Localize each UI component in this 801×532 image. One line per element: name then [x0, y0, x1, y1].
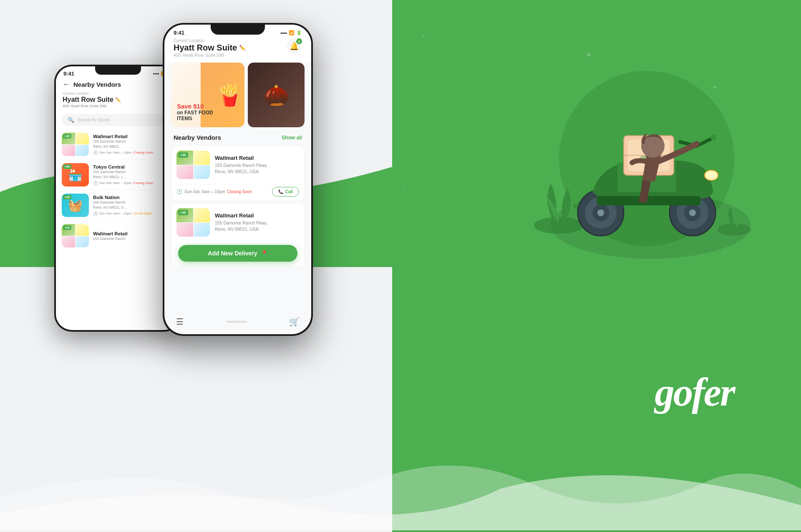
- front-screen: 9:41 ▪▪▪▪ 📶 🔋 Current Location Hyatt Row…: [164, 25, 311, 334]
- svg-point-14: [705, 170, 718, 180]
- call-btn-v1[interactable]: 📞 Call: [272, 187, 299, 197]
- add-delivery-section: Add New Delivery 📍: [171, 242, 304, 267]
- front-time: 9:41: [174, 30, 184, 36]
- nearby-title: Nearby Vendors: [174, 134, 221, 141]
- front-v1-bottom: 🕐 Sun-Sat, 6am – 10pm Closing Soon 📞 Cal…: [171, 184, 304, 201]
- front-v1-hours-row: 🕐 Sun-Sat, 6am – 10pm Closing Soon: [176, 189, 252, 194]
- back-location-name: Hyatt Row Suite ✏️: [63, 96, 173, 103]
- front-v1-hours: Sun-Sat, 6am – 10pm: [184, 189, 225, 194]
- menu-icon[interactable]: ☰: [176, 317, 184, 327]
- brand-logo: gofer: [655, 369, 734, 415]
- edit-icon-back[interactable]: ✏️: [115, 97, 121, 103]
- back-search[interactable]: 🔍 Search for Stores: [62, 114, 174, 126]
- svg-rect-12: [597, 196, 701, 205]
- front-location-name-row: Hyatt Row Suite ✏️: [174, 43, 246, 53]
- edit-icon-front[interactable]: ✏️: [239, 45, 246, 51]
- back-vendor-2-img: 🏪 +45: [62, 163, 89, 187]
- back-vendor-4[interactable]: +43 Wallmart Retail 155 Damonte Ranch: [56, 221, 180, 251]
- svg-point-11: [689, 209, 696, 216]
- front-v2-name: Wallmart Retail: [215, 212, 299, 219]
- wave-bottom: [0, 455, 801, 532]
- back-v3-addr: 155 Damonte RanchReno, NV 89521, U...: [93, 200, 174, 210]
- back-v4-rating: +43: [63, 225, 71, 230]
- front-v1-info: Wallmart Retail 155 Damonte Ranch Pkwy,R…: [215, 155, 299, 174]
- front-bottom-nav: ☰ 🛒: [164, 317, 311, 327]
- front-vendor-card-1[interactable]: +45 Wallmart Retail 155 Damonte Ranch Pk…: [171, 145, 305, 201]
- front-v1-top: +45 Wallmart Retail 155 Damonte Ranch Pk…: [171, 146, 304, 184]
- front-v1-rating: +45: [178, 152, 188, 158]
- phone-front: 9:41 ▪▪▪▪ 📶 🔋 Current Location Hyatt Row…: [163, 23, 313, 336]
- back-nav-row: ← Nearby Vendors: [63, 80, 173, 89]
- banner-items: ITEMS: [177, 116, 213, 121]
- front-v2-img: +45: [176, 208, 210, 237]
- front-location-name: Hyatt Row Suite: [174, 43, 237, 53]
- back-v1-rating: +45: [63, 134, 71, 139]
- front-location-address: 405 Hyatt Row Suite 598: [174, 53, 246, 58]
- back-v3-name: Bulk Nation: [93, 195, 174, 200]
- search-icon-back: 🔍: [68, 117, 74, 123]
- back-vendor-3-info: Bulk Nation 155 Damonte RanchReno, NV 89…: [93, 195, 174, 216]
- back-v1-hours: Sun-Sat, 6am – 10pm: [99, 151, 132, 154]
- front-vendor-card-2[interactable]: +45 Wallmart Retail 155 Damonte Ranch Pk…: [171, 203, 305, 267]
- clock-icon-v1: 🕐: [176, 189, 182, 194]
- back-vendor-3[interactable]: 🧺 +45 Bulk Nation 155 Damonte RanchReno,…: [56, 190, 180, 221]
- back-vendor-2[interactable]: 🏪 +45 Tokyo Central 155 Damonte RanchRen…: [56, 160, 180, 190]
- front-v1-status: Closing Soon: [227, 189, 252, 194]
- front-v2-info: Wallmart Retail 155 Damonte Ranch Pkwy,R…: [215, 212, 299, 232]
- front-v1-name: Wallmart Retail: [215, 155, 299, 161]
- cart-icon-nav[interactable]: 🛒: [289, 317, 300, 327]
- back-vendor-3-img: 🧺 +45: [62, 194, 89, 217]
- back-v2-hours-row: 🕐 Sun-Sat, 6am – 10pm Closing Soon: [93, 181, 174, 185]
- back-v4-addr: 155 Damonte Ranch: [93, 237, 174, 241]
- scooter-illustration: gofer: [517, 33, 776, 269]
- back-v3-rating: +45: [63, 195, 71, 199]
- banner-food[interactable]: 🌰: [248, 63, 305, 127]
- banner-promo[interactable]: 🍟 Save $10 on FAST FOOD ITEMS: [171, 63, 244, 127]
- banner-area: 🍟 Save $10 on FAST FOOD ITEMS 🌰: [171, 63, 305, 127]
- back-vendor-1-img: +45: [62, 133, 89, 156]
- svg-point-2: [534, 217, 584, 234]
- back-vendor-1[interactable]: +45 Wallmart Retail 155 Damonte RanchRen…: [56, 129, 180, 160]
- front-v1-addr: 155 Damonte Ranch Pkwy,Reno, NV 89521, U…: [215, 162, 299, 174]
- svg-point-3: [718, 223, 751, 236]
- banner-on: on FAST FOOD: [177, 110, 213, 116]
- front-v2-top: +45 Wallmart Retail 155 Damonte Ranch Pk…: [171, 203, 304, 242]
- back-v1-status: Closing Soon: [134, 151, 154, 154]
- back-v1-hours-row: 🕐 Sun-Sat, 6am – 10pm Closing Soon: [93, 151, 174, 155]
- banner-text: Save $10 on FAST FOOD ITEMS: [177, 103, 213, 122]
- back-v2-addr: 155 Damonte RanchReno, NV 89521, L...: [93, 170, 174, 180]
- back-v1-addr: 155 Damonte RanchReno, NV 89521: [93, 139, 174, 149]
- back-v2-name: Tokyo Central: [93, 164, 174, 169]
- svg-point-7: [597, 209, 604, 216]
- back-header: ← Nearby Vendors Current Location Hyatt …: [56, 78, 180, 111]
- front-location-label: Current Location: [174, 38, 246, 43]
- back-v4-name: Wallmart Retail: [93, 231, 174, 236]
- back-v3-hours-row: 🕐 Sun-Sat, 6am – 10pm 24 hrs Open: [93, 212, 174, 216]
- back-location-label: Current Location: [63, 91, 173, 96]
- back-btn[interactable]: ←: [63, 80, 70, 89]
- back-v3-status: 24 hrs Open: [134, 212, 152, 215]
- back-v2-rating: +45: [63, 164, 71, 169]
- back-v1-name: Wallmart Retail: [93, 134, 174, 139]
- bell-button[interactable]: 🔔 2: [286, 38, 302, 54]
- back-vendor-4-img: +43: [62, 224, 89, 247]
- back-v3-hours: Sun-Sat, 6am – 10pm: [99, 212, 132, 215]
- front-header-row: Current Location Hyatt Row Suite ✏️ 405 …: [174, 38, 302, 58]
- front-v2-rating: +45: [178, 210, 188, 215]
- back-vendor-4-info: Wallmart Retail 155 Damonte Ranch: [93, 231, 174, 241]
- back-vendor-2-info: Tokyo Central 155 Damonte RanchReno, NV …: [93, 164, 174, 185]
- svg-point-13: [710, 135, 716, 141]
- back-search-placeholder: Search for Stores: [78, 118, 110, 122]
- back-title: Nearby Vendors: [73, 81, 121, 88]
- back-location-address: 405 Hyatt Row Suite 598: [63, 103, 173, 108]
- add-delivery-btn[interactable]: Add New Delivery 📍: [178, 245, 297, 262]
- front-v2-addr: 155 Damonte Ranch Pkwy,Reno, NV 89521, U…: [215, 220, 299, 232]
- show-all-btn[interactable]: Show all: [282, 135, 302, 141]
- notification-badge: 2: [296, 38, 302, 44]
- nearby-header: Nearby Vendors Show all: [164, 131, 311, 144]
- front-notch: [211, 23, 265, 35]
- home-indicator: [226, 321, 247, 323]
- front-header: Current Location Hyatt Row Suite ✏️ 405 …: [164, 38, 311, 63]
- location-pin-icon: 📍: [261, 250, 268, 257]
- back-screen: 9:41 ▪▪▪▪ 📶 🔋 ← Nearby Vendors Current L…: [56, 66, 180, 330]
